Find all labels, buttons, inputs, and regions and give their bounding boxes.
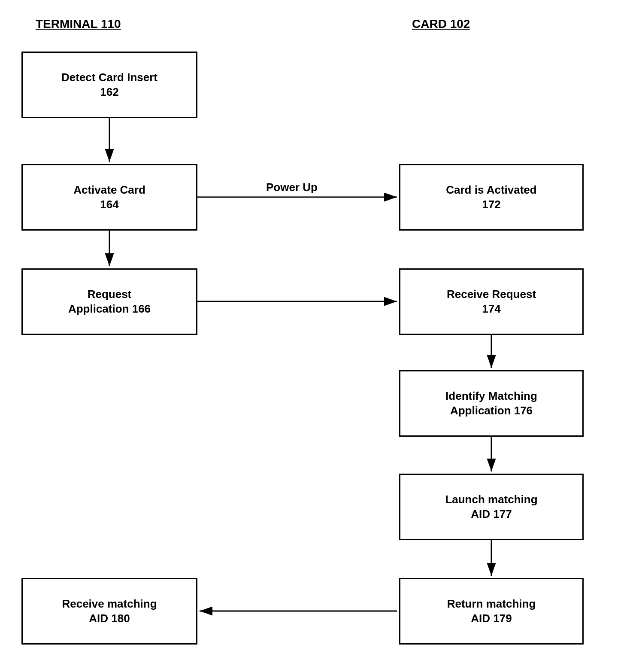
box-request-application: Request Application 166 [21,268,197,335]
header-terminal: TERMINAL 110 [36,17,121,31]
box-receive-matching-aid: Receive matching AID 180 [21,578,197,645]
diagram-container: TERMINAL 110 CARD 102 Detect Card Insert… [0,0,636,672]
box-activate-card: Activate Card 164 [21,164,197,231]
box-card-activated: Card is Activated 172 [399,164,584,231]
power-up-label: Power Up [266,181,318,194]
box-return-matching-aid: Return matching AID 179 [399,578,584,645]
box-detect-card-insert: Detect Card Insert 162 [21,52,197,118]
box-launch-matching-aid: Launch matching AID 177 [399,474,584,540]
box-identify-matching-application: Identify Matching Application 176 [399,370,584,437]
header-card: CARD 102 [412,17,470,31]
box-receive-request: Receive Request 174 [399,268,584,335]
